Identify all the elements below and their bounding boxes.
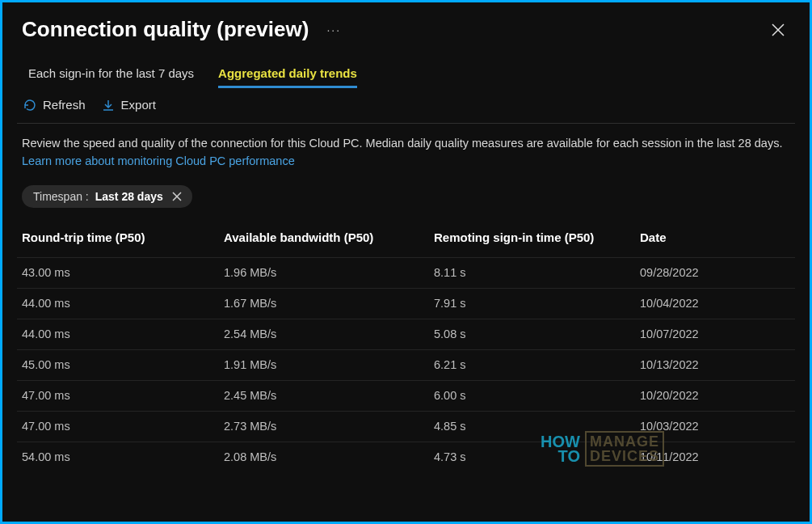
close-icon — [772, 23, 785, 36]
cell-bw: 1.91 MB/s — [224, 358, 434, 371]
cell-rtt: 47.00 ms — [22, 389, 224, 402]
cell-signin: 4.73 s — [434, 450, 640, 463]
header: Connection quality (preview) ··· — [17, 14, 795, 52]
timespan-filter-chip[interactable]: Timespan : Last 28 days — [22, 185, 192, 208]
tabs: Each sign-in for the last 7 days Aggrega… — [17, 52, 795, 88]
toolbar: Refresh Export — [17, 88, 795, 124]
tab-each-signin[interactable]: Each sign-in for the last 7 days — [28, 61, 194, 88]
cell-signin: 6.00 s — [434, 389, 640, 402]
table-body: 43.00 ms1.96 MB/s8.11 s09/28/202244.00 m… — [17, 257, 795, 472]
download-icon — [102, 99, 115, 112]
table-row[interactable]: 44.00 ms2.54 MB/s5.08 s10/07/2022 — [17, 319, 795, 349]
tab-aggregated-daily-trends[interactable]: Aggregated daily trends — [218, 61, 357, 88]
cell-date: 10/03/2022 — [640, 420, 790, 433]
cell-rtt: 45.00 ms — [22, 358, 224, 371]
cell-rtt: 47.00 ms — [22, 420, 224, 433]
table-row[interactable]: 47.00 ms2.45 MB/s6.00 s10/20/2022 — [17, 380, 795, 411]
filter-label: Timespan : — [33, 190, 89, 203]
cell-signin: 5.08 s — [434, 328, 640, 340]
cell-signin: 6.21 s — [434, 358, 640, 371]
clear-filter-button[interactable] — [170, 189, 184, 204]
cell-date: 10/07/2022 — [640, 328, 790, 340]
table-row[interactable]: 44.00 ms1.67 MB/s7.91 s10/04/2022 — [17, 288, 795, 319]
close-button[interactable] — [768, 19, 789, 40]
export-label: Export — [121, 98, 156, 112]
connection-quality-panel: Connection quality (preview) ··· Each si… — [2, 2, 810, 522]
table-row[interactable]: 45.00 ms1.91 MB/s6.21 s10/13/2022 — [17, 349, 795, 380]
col-signin-time[interactable]: Remoting sign-in time (P50) — [434, 230, 640, 244]
cell-date: 09/28/2022 — [640, 266, 790, 279]
cell-bw: 2.73 MB/s — [224, 420, 434, 433]
cell-date: 10/04/2022 — [640, 297, 790, 310]
cell-rtt: 54.00 ms — [22, 450, 224, 463]
export-button[interactable]: Export — [102, 98, 156, 112]
refresh-button[interactable]: Refresh — [23, 98, 86, 112]
table-header: Round-trip time (P50) Available bandwidt… — [17, 230, 795, 257]
cell-rtt: 44.00 ms — [22, 328, 224, 340]
filter-row: Timespan : Last 28 days — [17, 175, 795, 214]
cell-bw: 1.96 MB/s — [224, 266, 434, 279]
col-date[interactable]: Date — [640, 230, 790, 244]
cell-signin: 8.11 s — [434, 266, 640, 279]
col-rtt[interactable]: Round-trip time (P50) — [22, 230, 224, 244]
filter-value: Last 28 days — [95, 190, 163, 203]
title-group: Connection quality (preview) ··· — [22, 17, 344, 42]
cell-date: 10/13/2022 — [640, 358, 790, 371]
table-row[interactable]: 43.00 ms1.96 MB/s8.11 s09/28/2022 — [17, 257, 795, 288]
refresh-icon — [23, 99, 36, 112]
description-text: Review the speed and quality of the conn… — [22, 137, 782, 150]
close-icon — [172, 192, 182, 201]
learn-more-link[interactable]: Learn more about monitoring Cloud PC per… — [22, 154, 295, 167]
table-row[interactable]: 54.00 ms2.08 MB/s4.73 s10/11/2022 — [17, 442, 795, 472]
cell-bw: 2.54 MB/s — [224, 328, 434, 340]
cell-bw: 2.08 MB/s — [224, 450, 434, 463]
more-menu-icon[interactable]: ··· — [323, 20, 344, 40]
cell-date: 10/11/2022 — [640, 450, 790, 463]
cell-bw: 2.45 MB/s — [224, 389, 434, 402]
cell-signin: 4.85 s — [434, 420, 640, 433]
col-bandwidth[interactable]: Available bandwidth (P50) — [224, 230, 434, 244]
cell-signin: 7.91 s — [434, 297, 640, 310]
cell-date: 10/20/2022 — [640, 389, 790, 402]
description: Review the speed and quality of the conn… — [17, 124, 795, 175]
data-table: Round-trip time (P50) Available bandwidt… — [17, 230, 795, 472]
refresh-label: Refresh — [43, 98, 86, 112]
cell-rtt: 43.00 ms — [22, 266, 224, 279]
table-row[interactable]: 47.00 ms2.73 MB/s4.85 s10/03/2022 — [17, 411, 795, 442]
cell-bw: 1.67 MB/s — [224, 297, 434, 310]
cell-rtt: 44.00 ms — [22, 297, 224, 310]
page-title: Connection quality (preview) — [22, 17, 309, 42]
